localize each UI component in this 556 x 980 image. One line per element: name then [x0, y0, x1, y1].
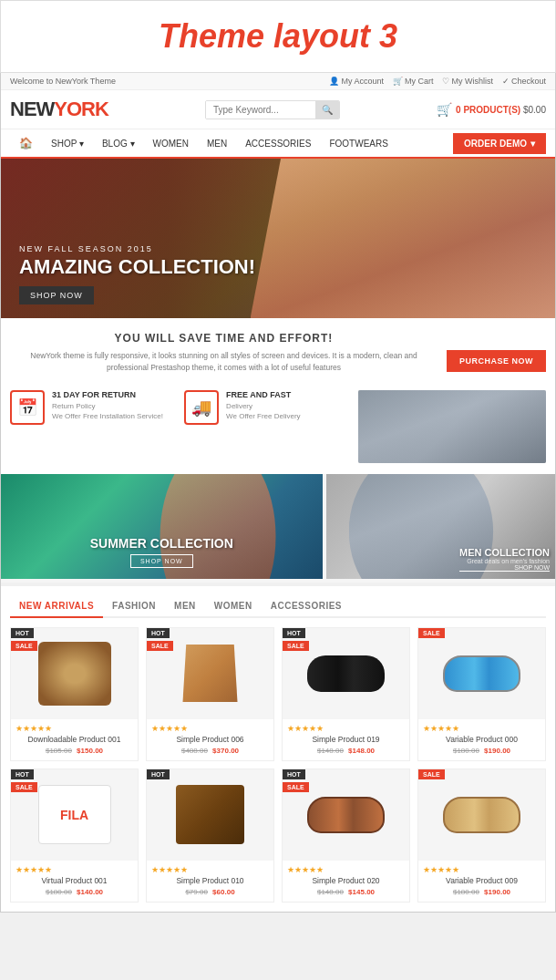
product-name: Simple Product 019	[287, 735, 405, 744]
hero-shop-now-button[interactable]: SHOP NOW	[19, 286, 94, 304]
price-old: $180.00	[453, 747, 479, 755]
tab-fashion[interactable]: Fashion	[103, 595, 165, 618]
main-nav: 🏠 SHOP ▾ BLOG ▾ WOMEN MEN ACCESSORIES FO…	[1, 129, 555, 159]
hero-content: NEW FALL SEASON 2015 AMAZING COLLECTION!…	[19, 244, 255, 304]
badge-hot: HOT	[11, 769, 34, 779]
badge-hot: HOT	[11, 628, 34, 638]
product-card: HOT SALE FILA ★★★★★ Virtual Product 001 …	[10, 769, 139, 903]
product-card: SALE ★★★★★ Variable Product 000 $180.00 …	[417, 627, 546, 761]
nav-men[interactable]: MEN	[198, 131, 236, 156]
product-name: Virtual Product 001	[15, 876, 133, 885]
page-title: Theme layout 3	[10, 17, 546, 56]
product-thumbnail	[443, 655, 520, 692]
product-info: ★★★★★ Simple Product 019 $148.00 $148.00	[283, 719, 409, 760]
nav-blog[interactable]: BLOG ▾	[93, 131, 144, 156]
utility-bar: Welcome to NewYork Theme 👤 My Account 🛒 …	[1, 73, 555, 90]
product-card: SALE ★★★★★ Variable Product 009 $180.00 …	[417, 769, 546, 903]
product-image[interactable]: HOT SALE	[283, 628, 409, 719]
nav-home[interactable]: 🏠	[10, 129, 42, 157]
summer-shop-button[interactable]: SHOP NOW	[130, 554, 193, 568]
product-image[interactable]: SALE	[418, 769, 545, 861]
product-info: ★★★★★ Virtual Product 001 $180.00 $140.0…	[11, 861, 138, 902]
product-thumbnail	[176, 785, 244, 844]
tab-accessories[interactable]: Accessories	[262, 595, 351, 618]
product-name: Simple Product 010	[151, 876, 269, 885]
price-new: $190.00	[484, 888, 510, 896]
product-image[interactable]: HOT SALE	[147, 628, 273, 719]
product-thumbnail	[443, 797, 520, 833]
features-row: 📅 31 DAY FOR RETURN Return Policy We Off…	[1, 383, 555, 474]
hero-banner: NEW FALL SEASON 2015 AMAZING COLLECTION!…	[1, 159, 555, 318]
product-card: HOT SALE ★★★★★ Simple Product 020 $148.0…	[282, 769, 410, 903]
product-price: $148.00 $145.00	[287, 888, 405, 896]
hero-title: AMAZING COLLECTION!	[19, 256, 255, 278]
badge-sale: SALE	[418, 769, 445, 779]
badge-sale: SALE	[147, 641, 173, 651]
product-stars: ★★★★★	[151, 865, 269, 874]
cart-area[interactable]: 🛒 0 PRODUCT(S) $0.00	[437, 102, 546, 117]
men-desc: Great deals on men's fashion	[459, 558, 550, 564]
badge-hot: HOT	[147, 769, 170, 779]
tab-women[interactable]: Women	[205, 595, 262, 618]
logo-new: NEW	[10, 98, 54, 120]
feature-return-title: 31 DAY FOR RETURN	[52, 390, 163, 399]
cart-count: 0 PRODUCT(S) $0.00	[456, 105, 546, 115]
product-name: Simple Product 006	[151, 735, 269, 744]
summer-title: SUMMER COLLECTION	[1, 536, 323, 551]
product-stars: ★★★★★	[151, 724, 269, 733]
search-button[interactable]: 🔍	[315, 101, 339, 119]
summer-banner-content: SUMMER COLLECTION SHOP NOW	[1, 536, 323, 568]
men-banner-content: MEN COLLECTION Great deals on men's fash…	[459, 547, 550, 572]
price-old: $180.00	[453, 888, 479, 896]
product-image[interactable]: SALE	[418, 628, 545, 719]
product-image[interactable]: HOT SALE	[11, 628, 138, 719]
value-prop-section: YOU WILL SAVE TIME AND EFFORT! NewYork t…	[1, 318, 555, 383]
product-card: HOT SALE ★★★★★ Downloadable Product 001 …	[10, 627, 139, 761]
men-banner: MEN COLLECTION Great deals on men's fash…	[326, 474, 555, 579]
badge-sale: SALE	[11, 641, 37, 651]
value-text: YOU WILL SAVE TIME AND EFFORT! NewYork t…	[10, 332, 438, 374]
badge-hot: HOT	[283, 628, 305, 638]
product-grid-row1: HOT SALE ★★★★★ Downloadable Product 001 …	[10, 627, 546, 761]
nav-women[interactable]: WOMEN	[144, 131, 198, 156]
product-price: $180.00 $190.00	[423, 888, 541, 896]
price-new: $140.00	[77, 888, 103, 896]
nav-footwears[interactable]: FOOTWEARS	[320, 131, 396, 156]
badge-sale: SALE	[11, 782, 37, 792]
feature-delivery-title: FREE AND FAST	[226, 390, 301, 399]
my-wishlist-link[interactable]: ♡ My Wishlist	[442, 77, 493, 86]
my-account-link[interactable]: 👤 My Account	[329, 77, 384, 86]
my-cart-link[interactable]: 🛒 My Cart	[393, 77, 434, 86]
value-description: NewYork theme is fully responsive, it lo…	[10, 350, 438, 374]
feature-return: 📅 31 DAY FOR RETURN Return Policy We Off…	[10, 390, 177, 425]
purchase-now-button[interactable]: PURCHASE NOW	[447, 350, 546, 372]
product-image[interactable]: HOT SALE FILA	[11, 769, 138, 861]
product-thumbnail	[38, 642, 111, 706]
product-image[interactable]: HOT SALE	[283, 769, 409, 861]
heart-icon: ♡	[442, 77, 449, 86]
men-shop-link[interactable]: SHOP NOW	[459, 564, 550, 572]
price-new: $148.00	[348, 747, 375, 755]
product-stars: ★★★★★	[423, 865, 541, 874]
return-icon: 📅	[10, 390, 45, 425]
price-new: $190.00	[484, 747, 510, 755]
price-old: $148.00	[317, 747, 344, 755]
search-input[interactable]	[206, 101, 315, 119]
checkout-link[interactable]: ✓ Checkout	[502, 77, 546, 86]
product-section: New Arrivals Fashion Men Women Accessori…	[1, 586, 555, 912]
hero-image	[251, 159, 555, 318]
store-logo[interactable]: NEWYORK	[10, 98, 108, 121]
product-image[interactable]: HOT	[147, 769, 273, 861]
product-price: $79.00 $60.00	[151, 888, 269, 896]
badge-hot: HOT	[147, 628, 170, 638]
tab-new-arrivals[interactable]: New Arrivals	[10, 595, 103, 618]
store-header: NEWYORK 🔍 🛒 0 PRODUCT(S) $0.00	[1, 90, 555, 129]
nav-shop[interactable]: SHOP ▾	[42, 131, 93, 156]
tab-men[interactable]: Men	[165, 595, 205, 618]
men-title: MEN COLLECTION	[459, 547, 550, 558]
nav-accessories[interactable]: ACCESSORIES	[236, 131, 320, 156]
mid-banners: SUMMER COLLECTION SHOP NOW MEN COLLECTIO…	[1, 474, 555, 583]
product-stars: ★★★★★	[287, 865, 405, 874]
search-bar: 🔍	[205, 100, 340, 119]
order-demo-button[interactable]: ORDER DEMO ▾	[453, 133, 546, 154]
